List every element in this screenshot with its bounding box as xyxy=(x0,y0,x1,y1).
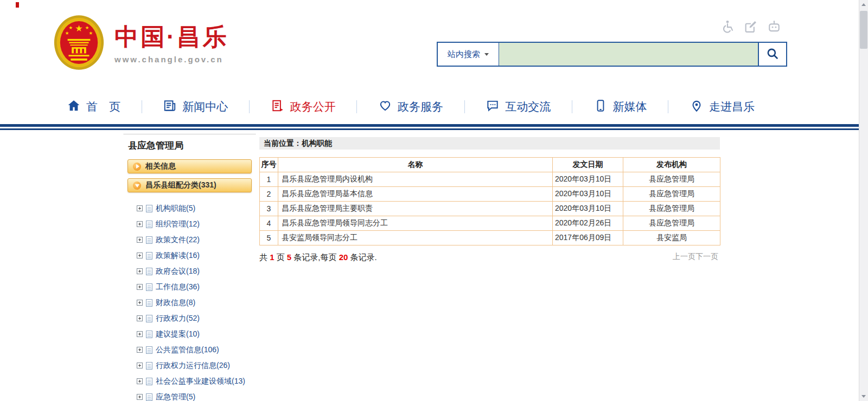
expand-plus-icon[interactable] xyxy=(137,378,143,384)
site-logo-link[interactable]: ★ ★ ★ ★ ★ 中国·昌乐 www.changle.gov.cn xyxy=(53,14,229,73)
nav-label: 政务服务 xyxy=(398,99,443,114)
disclosure-icon xyxy=(271,99,285,115)
table-footer: 共 1 页 5 条记录,每页 20 条记录. 上一页下一页 xyxy=(259,253,720,264)
tree-item-emergency-management[interactable]: 应急管理(5) xyxy=(137,389,256,401)
documents-table: 序号 名称 发文日期 发布机构 1 昌乐县应急管理局内设机构 2020年03月1… xyxy=(259,157,720,245)
nav-separator xyxy=(356,100,357,113)
document-link[interactable]: 昌乐县应急管理局领导同志分工 xyxy=(278,216,553,231)
accessibility-button[interactable] xyxy=(719,20,736,36)
prev-page-button[interactable]: 上一页 xyxy=(673,252,695,261)
nav-item-enter-changle[interactable]: 走进昌乐 xyxy=(690,99,755,115)
tree-item-fiscal-info[interactable]: 财政信息(8) xyxy=(137,295,256,311)
related-info-button[interactable]: 相关信息 xyxy=(127,159,252,173)
document-icon xyxy=(146,378,152,385)
nav-label: 互动交流 xyxy=(505,99,551,114)
side-button-label: 相关信息 xyxy=(145,161,176,171)
category-tree: 机构职能(5) 组织管理(12) 政策文件(22) 政策解读(16) 政府会议( xyxy=(124,197,256,401)
document-link[interactable]: 昌乐县应急管理局主要职责 xyxy=(278,202,553,216)
summary-text: 共 xyxy=(259,253,270,262)
tree-item-label: 工作信息(36) xyxy=(156,282,200,292)
tree-item-label: 行政权力(52) xyxy=(156,314,200,324)
svg-text:★: ★ xyxy=(85,25,90,30)
search-input[interactable] xyxy=(499,43,758,66)
search-scope-dropdown[interactable]: 站内搜索 xyxy=(438,43,499,66)
nav-label: 新媒体 xyxy=(613,99,647,114)
page: ★ ★ ★ ★ ★ 中国·昌乐 www.changle.gov.cn xyxy=(0,0,859,401)
nav-item-gov-disclosure[interactable]: 政务公开 xyxy=(271,99,336,115)
expand-plus-icon[interactable] xyxy=(137,394,143,400)
phone-icon xyxy=(593,99,608,115)
header-tools xyxy=(719,20,782,36)
red-artifact xyxy=(16,2,19,8)
expand-plus-icon[interactable] xyxy=(137,221,143,227)
row-date: 2017年06月09日 xyxy=(553,231,623,245)
search-button[interactable] xyxy=(758,43,786,66)
nav-item-interaction[interactable]: 互动交流 xyxy=(486,99,551,115)
expand-plus-icon[interactable] xyxy=(137,315,143,321)
sidebar: 县应急管理局 相关信息 昌乐县组配分类(331) 机构职能(5) 组织管理(12… xyxy=(124,134,256,401)
accessibility-icon xyxy=(720,19,735,36)
document-link[interactable]: 昌乐县应急管理局基本信息 xyxy=(278,187,553,202)
nav-item-home[interactable]: 首 页 xyxy=(67,99,120,115)
tree-item-org-functions[interactable]: 机构职能(5) xyxy=(137,200,256,216)
home-icon xyxy=(67,99,81,115)
next-page-button[interactable]: 下一页 xyxy=(695,252,718,261)
tree-item-work-info[interactable]: 工作信息(36) xyxy=(137,279,256,295)
row-org: 县应急管理局 xyxy=(623,172,720,187)
nav-item-new-media[interactable]: 新媒体 xyxy=(593,99,647,115)
tree-item-gov-meetings[interactable]: 政府会议(18) xyxy=(137,263,256,279)
nav-item-gov-services[interactable]: 政务服务 xyxy=(378,99,443,115)
tree-item-label: 组织管理(12) xyxy=(156,219,200,229)
vertical-scrollbar[interactable] xyxy=(859,0,868,401)
expand-plus-icon[interactable] xyxy=(137,284,143,290)
scroll-up-button[interactable] xyxy=(859,0,868,9)
tree-item-label: 行政权力运行信息(26) xyxy=(156,361,230,371)
document-icon xyxy=(146,205,152,212)
nav-item-news-center[interactable]: 新闻中心 xyxy=(163,99,228,115)
category-group-button[interactable]: 昌乐县组配分类(331) xyxy=(127,178,252,192)
site-title-block: 中国·昌乐 www.changle.gov.cn xyxy=(114,23,229,64)
row-number: 2 xyxy=(260,187,278,202)
expand-plus-icon[interactable] xyxy=(137,331,143,337)
expand-plus-icon[interactable] xyxy=(137,300,143,306)
scrollbar-thumb[interactable] xyxy=(860,11,867,49)
document-link[interactable]: 县安监局领导同志分工 xyxy=(278,231,553,245)
row-date: 2020年03月10日 xyxy=(553,172,623,187)
tree-item-public-welfare[interactable]: 社会公益事业建设领域(13) xyxy=(137,373,256,389)
document-icon xyxy=(146,283,152,291)
search-icon xyxy=(765,47,780,62)
expand-plus-icon[interactable] xyxy=(137,363,143,368)
document-link[interactable]: 昌乐县应急管理局内设机构 xyxy=(278,172,553,187)
tree-item-label: 社会公益事业建设领域(13) xyxy=(156,377,245,386)
row-date: 2020年03月10日 xyxy=(553,187,623,202)
expand-plus-icon[interactable] xyxy=(137,205,143,211)
record-count: 5 xyxy=(287,253,291,262)
tree-item-org-management[interactable]: 组织管理(12) xyxy=(137,216,256,232)
tree-item-policy-documents[interactable]: 政策文件(22) xyxy=(137,232,256,248)
main-nav: 首 页 新闻中心 政务公开 xyxy=(0,90,859,123)
expand-plus-icon[interactable] xyxy=(137,237,143,243)
nav-separator xyxy=(142,100,142,113)
nav-separator xyxy=(249,100,250,113)
expand-plus-icon[interactable] xyxy=(137,347,143,353)
table-row: 4 昌乐县应急管理局领导同志分工 2020年02月26日 县应急管理局 xyxy=(260,216,720,231)
tree-item-suggestions-proposals[interactable]: 建议提案(10) xyxy=(137,326,256,342)
scroll-down-button[interactable] xyxy=(859,392,868,401)
side-button-label: 昌乐县组配分类(331) xyxy=(145,180,216,190)
document-icon xyxy=(146,315,152,322)
chat-icon xyxy=(486,99,500,115)
tree-item-policy-interpretation[interactable]: 政策解读(16) xyxy=(137,248,256,263)
tree-item-power-operation-info[interactable]: 行政权力运行信息(26) xyxy=(137,358,256,373)
summary-text: 页 xyxy=(275,253,287,262)
expand-plus-icon[interactable] xyxy=(137,253,143,258)
breadcrumb: 当前位置：机构职能 xyxy=(259,137,720,150)
expand-plus-icon[interactable] xyxy=(137,268,143,274)
tree-item-label: 建议提案(10) xyxy=(156,329,200,339)
row-number: 1 xyxy=(260,172,278,187)
robot-assistant-button[interactable] xyxy=(766,20,782,36)
tree-item-public-supervision[interactable]: 公共监管信息(106) xyxy=(137,342,256,358)
col-header-no: 序号 xyxy=(260,158,278,172)
tree-item-label: 政策文件(22) xyxy=(156,235,200,245)
write-message-button[interactable] xyxy=(743,20,759,36)
tree-item-admin-power[interactable]: 行政权力(52) xyxy=(137,311,256,326)
